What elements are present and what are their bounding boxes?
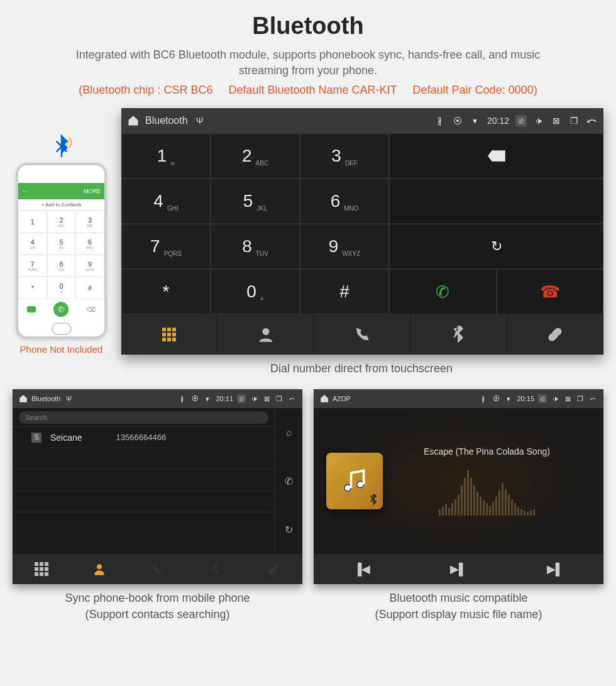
phone-note: Phone Not Included — [13, 344, 110, 355]
volume-icon[interactable]: 🕩 — [551, 394, 559, 403]
search-input[interactable]: Search — [19, 411, 268, 424]
svg-point-1 — [97, 565, 102, 569]
location-icon: ⦿ — [190, 394, 199, 403]
key-star[interactable]: * — [121, 269, 211, 314]
dialer-screen: Bluetooth Ψ ∦ ⦿ ▾ 20:12 ⎚ 🕩 ⊠ ❐ ⤺ 1∞ 2AB… — [121, 108, 603, 355]
hangup-button[interactable]: ☎ — [497, 269, 603, 314]
close-icon[interactable]: ⊠ — [262, 394, 271, 403]
key-9[interactable]: 9WXYZ — [300, 224, 389, 269]
backspace-key[interactable] — [389, 133, 603, 179]
back-icon[interactable]: ⤺ — [586, 115, 597, 126]
contacts-screen: Bluetooth Ψ ∦ ⦿ ▾ 20:11 ⎚ 🕩 ⊠ ❐ ⤺ — [13, 389, 302, 584]
key-1[interactable]: 1∞ — [121, 133, 211, 179]
recents-icon[interactable]: ❐ — [275, 394, 283, 403]
music-screen: A2DP ∦ ⦿ ▾ 20:15 ⎚ 🕩 ⊠ ❐ ⤺ — [314, 389, 603, 584]
usb-icon: Ψ — [194, 115, 206, 126]
nav-history[interactable] — [128, 554, 186, 584]
contacts-caption-1: Sync phone-book from mobile phone — [13, 590, 302, 606]
nav-contacts[interactable] — [217, 314, 314, 355]
waveform — [383, 465, 591, 516]
backspace-icon: ⌫ — [87, 306, 96, 313]
key-3[interactable]: 3DEF — [300, 133, 389, 179]
wifi-icon: ▾ — [504, 394, 513, 403]
spec-line: (Bluetooth chip : CSR BC6 Default Blueto… — [13, 84, 603, 97]
wifi-icon: ▾ — [203, 394, 212, 403]
redial-key[interactable]: ↻ — [389, 224, 603, 269]
home-icon[interactable] — [128, 115, 139, 126]
screenshot-icon[interactable]: ⎚ — [515, 115, 527, 126]
prev-button[interactable]: ▐◀ — [314, 554, 410, 584]
spec-code: Default Pair Code: 0000) — [413, 84, 537, 96]
video-icon — [27, 306, 36, 313]
clock: 20:11 — [216, 395, 233, 402]
music-caption-2: (Support display music file name) — [314, 607, 603, 622]
nav-history[interactable] — [314, 314, 410, 355]
bluetooth-icon: ∦ — [479, 394, 488, 403]
nav-contacts[interactable] — [70, 554, 128, 584]
volume-icon[interactable]: 🕩 — [250, 394, 258, 403]
sync-icon[interactable]: ↻ — [275, 516, 302, 544]
usb-icon: Ψ — [64, 394, 73, 403]
key-2[interactable]: 2ABC — [211, 133, 300, 179]
home-icon[interactable] — [19, 394, 28, 403]
svg-point-0 — [263, 329, 268, 335]
key-hash[interactable]: # — [300, 269, 389, 314]
key-8[interactable]: 8TUV — [211, 224, 300, 269]
app-title: Bluetooth — [145, 115, 188, 126]
nav-keypad[interactable] — [13, 554, 70, 584]
dialer-caption: Dial number direct from touchscreen — [119, 362, 603, 375]
key-4[interactable]: 4GHI — [121, 179, 211, 224]
nav-pair[interactable] — [245, 554, 302, 584]
close-icon[interactable]: ⊠ — [551, 115, 562, 126]
location-icon: ⦿ — [452, 115, 463, 126]
keypad-icon — [162, 328, 176, 341]
spec-chip: (Bluetooth chip : CSR BC6 — [79, 84, 212, 96]
contacts-caption-2: (Support contacts searching) — [13, 607, 302, 622]
call-icon: ✆ — [53, 302, 69, 317]
phone-mockup: ←MORE + Add to Contacts 12ABC3DEF4GHI5JK… — [16, 163, 107, 339]
recents-icon[interactable]: ❐ — [568, 115, 580, 126]
app-title: A2DP — [333, 395, 351, 402]
bluetooth-icon: ∦ — [178, 394, 187, 403]
close-icon[interactable]: ⊠ — [563, 394, 572, 403]
wifi-icon: ▾ — [470, 115, 481, 126]
nav-bluetooth[interactable] — [410, 314, 507, 355]
bluetooth-signal-icon — [49, 134, 74, 159]
key-6[interactable]: 6MNO — [300, 179, 389, 224]
home-icon[interactable] — [320, 394, 329, 403]
next-button[interactable]: ▶▌ — [507, 554, 603, 584]
album-art — [326, 453, 383, 509]
clock: 20:15 — [517, 395, 534, 402]
play-pause-button[interactable]: ▶▌ — [410, 554, 507, 584]
key-5[interactable]: 5JKL — [211, 179, 300, 224]
contact-item[interactable]: S Seicane 13566664466 — [13, 427, 275, 448]
page-title: Bluetooth — [13, 13, 603, 40]
screenshot-icon[interactable]: ⎚ — [237, 394, 246, 403]
location-icon: ⦿ — [492, 394, 500, 403]
call-icon[interactable]: ✆ — [275, 467, 302, 495]
status-bar: Bluetooth Ψ ∦ ⦿ ▾ 20:12 ⎚ 🕩 ⊠ ❐ ⤺ — [121, 108, 603, 133]
key-0[interactable]: 0+ — [211, 269, 300, 314]
screenshot-icon[interactable]: ⎚ — [538, 394, 547, 403]
bluetooth-icon: ∦ — [434, 115, 446, 126]
app-title: Bluetooth — [31, 395, 60, 402]
subtitle: Integrated with BC6 Bluetooth module, su… — [13, 47, 603, 79]
back-icon[interactable]: ⤺ — [287, 394, 296, 403]
track-title: Escape (The Pina Colada Song) — [383, 446, 591, 456]
nav-pair[interactable] — [507, 314, 603, 355]
music-caption-1: Bluetooth music compatible — [314, 590, 603, 606]
spec-name: Default Bluetooth Name CAR-KIT — [228, 84, 397, 96]
key-7[interactable]: 7PQRS — [121, 224, 211, 269]
search-icon[interactable]: ⌕ — [275, 419, 302, 446]
nav-keypad[interactable] — [121, 314, 217, 355]
clock: 20:12 — [487, 116, 509, 126]
contact-number: 13566664466 — [116, 433, 167, 442]
volume-icon[interactable]: 🕩 — [533, 115, 544, 126]
contact-name: Seicane — [50, 433, 82, 443]
call-button[interactable]: ✆ — [389, 269, 496, 314]
recents-icon[interactable]: ❐ — [576, 394, 585, 403]
nav-bluetooth[interactable] — [187, 554, 245, 584]
back-icon[interactable]: ⤺ — [588, 394, 597, 403]
contact-badge: S — [31, 433, 41, 443]
